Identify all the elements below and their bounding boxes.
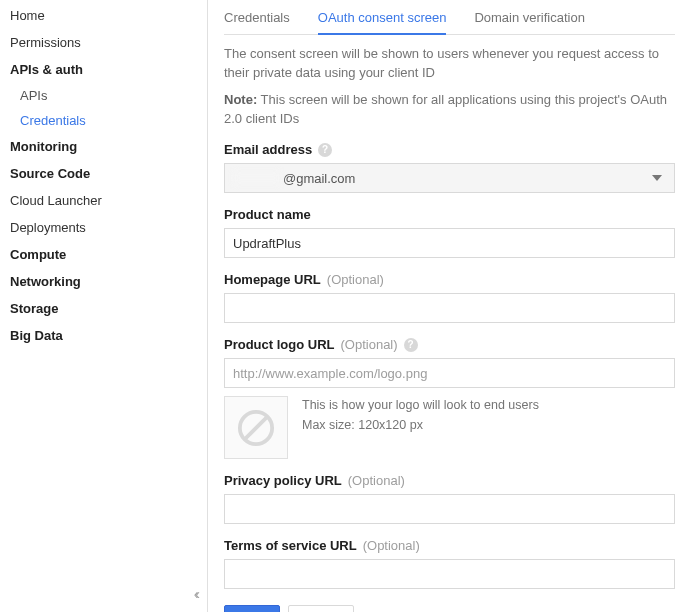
chevron-down-icon xyxy=(648,175,666,181)
product-name-label: Product name xyxy=(224,207,311,222)
email-value: @gmail.com xyxy=(233,171,355,186)
product-logo-label: Product logo URL xyxy=(224,337,335,352)
optional-text: (Optional) xyxy=(341,337,398,352)
sidebar-item-permissions[interactable]: Permissions xyxy=(10,29,207,56)
product-name-input[interactable] xyxy=(224,228,675,258)
email-select[interactable]: @gmail.com xyxy=(224,163,675,193)
main-content: Credentials OAuth consent screen Domain … xyxy=(208,0,689,612)
logo-info: This is how your logo will look to end u… xyxy=(302,396,539,435)
email-group: Email address ? @gmail.com xyxy=(224,142,675,193)
sidebar-item-monitoring[interactable]: Monitoring xyxy=(10,133,207,160)
product-name-group: Product name xyxy=(224,207,675,258)
tab-oauth-consent[interactable]: OAuth consent screen xyxy=(318,4,447,35)
email-label: Email address xyxy=(224,142,312,157)
logo-preview-placeholder xyxy=(224,396,288,459)
logo-info-line1: This is how your logo will look to end u… xyxy=(302,396,539,415)
sidebar-item-source-code[interactable]: Source Code xyxy=(10,160,207,187)
privacy-url-group: Privacy policy URL (Optional) xyxy=(224,473,675,524)
optional-text: (Optional) xyxy=(363,538,420,553)
sidebar-item-storage[interactable]: Storage xyxy=(10,295,207,322)
sidebar-item-big-data[interactable]: Big Data xyxy=(10,322,207,349)
tabs: Credentials OAuth consent screen Domain … xyxy=(224,4,675,35)
svg-line-1 xyxy=(245,416,268,439)
sidebar-subitem-apis[interactable]: APIs xyxy=(10,83,207,108)
sidebar-subitem-credentials[interactable]: Credentials xyxy=(10,108,207,133)
action-bar: Save Cancel xyxy=(224,605,675,612)
homepage-url-label: Homepage URL xyxy=(224,272,321,287)
cancel-button[interactable]: Cancel xyxy=(288,605,354,612)
sidebar-item-compute[interactable]: Compute xyxy=(10,241,207,268)
sidebar-item-home[interactable]: Home xyxy=(10,2,207,29)
note-text: This screen will be shown for all applic… xyxy=(224,92,667,126)
tos-url-group: Terms of service URL (Optional) xyxy=(224,538,675,589)
optional-text: (Optional) xyxy=(348,473,405,488)
note-label: Note: xyxy=(224,92,257,107)
tos-url-input[interactable] xyxy=(224,559,675,589)
sidebar: Home Permissions APIs & auth APIs Creden… xyxy=(0,0,208,612)
homepage-url-input[interactable] xyxy=(224,293,675,323)
optional-text: (Optional) xyxy=(327,272,384,287)
consent-description: The consent screen will be shown to user… xyxy=(224,45,675,83)
sidebar-collapse-icon[interactable]: ‹‹ xyxy=(194,586,197,602)
privacy-url-input[interactable] xyxy=(224,494,675,524)
sidebar-item-apis-auth[interactable]: APIs & auth xyxy=(10,56,207,83)
sidebar-item-cloud-launcher[interactable]: Cloud Launcher xyxy=(10,187,207,214)
redacted-email-prefix xyxy=(233,172,281,184)
tab-credentials[interactable]: Credentials xyxy=(224,4,290,34)
privacy-url-label: Privacy policy URL xyxy=(224,473,342,488)
homepage-url-group: Homepage URL (Optional) xyxy=(224,272,675,323)
help-icon[interactable]: ? xyxy=(318,143,332,157)
tos-url-label: Terms of service URL xyxy=(224,538,357,553)
product-logo-group: Product logo URL (Optional) ? This is ho… xyxy=(224,337,675,459)
product-logo-input[interactable] xyxy=(224,358,675,388)
logo-info-line2: Max size: 120x120 px xyxy=(302,416,539,435)
sidebar-item-deployments[interactable]: Deployments xyxy=(10,214,207,241)
sidebar-item-networking[interactable]: Networking xyxy=(10,268,207,295)
no-image-icon xyxy=(237,409,275,447)
consent-note: Note: This screen will be shown for all … xyxy=(224,91,675,129)
help-icon[interactable]: ? xyxy=(404,338,418,352)
save-button[interactable]: Save xyxy=(224,605,280,612)
tab-domain-verification[interactable]: Domain verification xyxy=(474,4,585,34)
